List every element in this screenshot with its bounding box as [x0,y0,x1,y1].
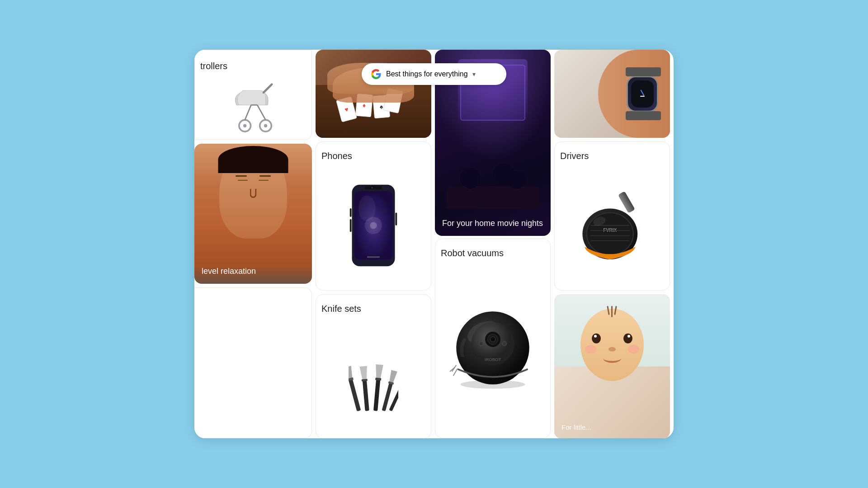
svg-line-57 [453,368,458,375]
svg-rect-16 [350,208,352,217]
svg-point-23 [587,212,633,255]
search-prefix: Best things for everything [386,70,468,78]
svg-point-51 [490,337,495,342]
svg-rect-15 [367,256,380,258]
knife-set-illustration [349,361,398,424]
robot-vacuums-title: Robot vacuums [441,248,504,258]
svg-rect-21 [618,191,635,213]
relaxation-text: level relaxation [202,266,256,277]
svg-point-14 [371,187,373,188]
grid-layout: trollers [194,50,674,438]
knife-sets-card[interactable]: Knife sets [316,294,431,438]
baby-text: For little... [561,423,591,432]
svg-text:IROBOT: IROBOT [485,357,501,361]
svg-line-5 [245,105,251,120]
stroller-icon [228,80,278,134]
svg-point-3 [264,124,267,127]
home-movie-nights-text: For your home movie nights [442,218,543,229]
svg-rect-18 [395,212,397,225]
svg-rect-17 [350,219,352,232]
svg-marker-37 [375,364,383,379]
svg-line-4 [264,84,272,93]
phones-title: Phones [321,151,352,161]
phones-card[interactable]: Phones [316,141,431,291]
svg-point-52 [479,341,484,346]
svg-point-1 [243,124,246,127]
search-bar[interactable]: Best things for everything ▾ [362,63,506,85]
knife-sets-title: Knife sets [321,304,361,314]
bottom-left-card[interactable] [194,287,312,438]
watch-card[interactable] [554,50,670,138]
svg-rect-36 [373,379,380,411]
svg-point-53 [502,341,507,346]
dropdown-arrow-icon[interactable]: ▾ [472,70,476,78]
robot-vacuum-illustration: IROBOT [450,305,536,391]
svg-rect-33 [363,380,369,411]
robot-vacuums-card[interactable]: Robot vacuums [435,239,551,438]
driver-illustration: FVRIX [578,180,646,271]
main-card: Best things for everything ▾ trollers [194,50,674,438]
svg-marker-34 [359,366,368,380]
svg-point-20 [370,222,377,229]
strollers-card[interactable]: trollers [194,50,312,140]
drivers-title: Drivers [560,151,589,161]
svg-rect-38 [375,378,381,381]
baby-card[interactable]: For little... [554,294,670,438]
google-logo-icon [371,69,382,80]
svg-rect-30 [349,378,361,411]
svg-line-6 [257,105,265,120]
strollers-title: trollers [200,61,227,71]
phone-illustration [346,183,401,268]
drivers-card[interactable]: Drivers [554,141,670,291]
relaxation-card[interactable]: level relaxation [194,144,312,284]
